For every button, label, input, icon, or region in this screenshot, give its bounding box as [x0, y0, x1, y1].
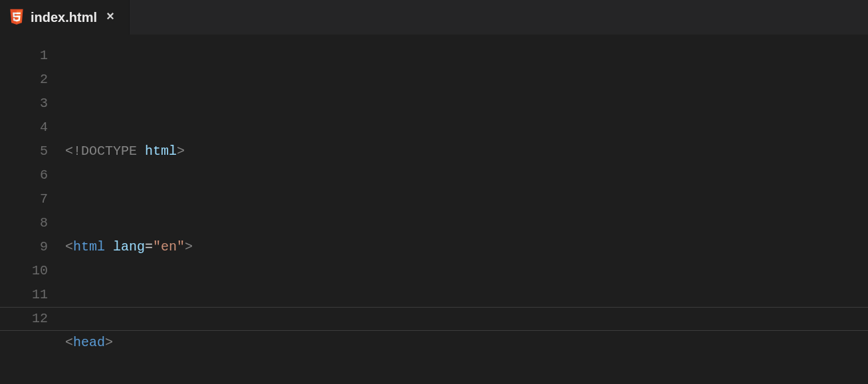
punct: >	[185, 235, 193, 259]
line-number: 7	[0, 187, 48, 211]
tab-bar: index.html ×	[0, 0, 868, 35]
line-number: 12	[0, 307, 48, 331]
code-line[interactable]: <!DOCTYPE html>	[65, 140, 657, 163]
doctype: DOCTYPE	[81, 140, 137, 163]
tag: html	[73, 235, 105, 259]
tab-active[interactable]: index.html ×	[0, 0, 130, 35]
code-line[interactable]: <html lang="en">	[65, 235, 657, 259]
punct: >	[105, 331, 113, 355]
editor[interactable]: 1 2 3 4 5 6 7 8 9 10 11 12 <!DOCTYPE htm…	[0, 35, 868, 384]
tag: head	[73, 331, 105, 355]
code-area[interactable]: <!DOCTYPE html> <html lang="en"> <head> …	[65, 35, 657, 384]
sp	[137, 140, 145, 163]
punct: <	[65, 235, 73, 259]
line-number: 10	[0, 259, 48, 283]
html5-icon	[9, 9, 24, 26]
line-number-gutter: 1 2 3 4 5 6 7 8 9 10 11 12	[0, 35, 65, 384]
str: "en"	[153, 235, 185, 259]
line-number: 3	[0, 92, 48, 116]
attr: lang	[113, 235, 145, 259]
tab-title: index.html	[31, 10, 97, 25]
punct: <	[65, 331, 73, 355]
punct: >	[177, 140, 185, 163]
doctype-html: html	[145, 140, 177, 163]
close-icon[interactable]: ×	[104, 9, 117, 25]
line-number: 4	[0, 116, 48, 140]
line-number: 9	[0, 235, 48, 259]
line-number: 5	[0, 140, 48, 163]
line-number: 8	[0, 211, 48, 235]
line-number: 2	[0, 68, 48, 92]
punct: <!	[65, 140, 81, 163]
line-number: 11	[0, 283, 48, 307]
line-number: 1	[0, 44, 48, 68]
line-number: 6	[0, 163, 48, 187]
current-line-highlight	[0, 307, 868, 331]
eq: =	[145, 235, 153, 259]
code-line[interactable]: <head>	[65, 331, 657, 355]
